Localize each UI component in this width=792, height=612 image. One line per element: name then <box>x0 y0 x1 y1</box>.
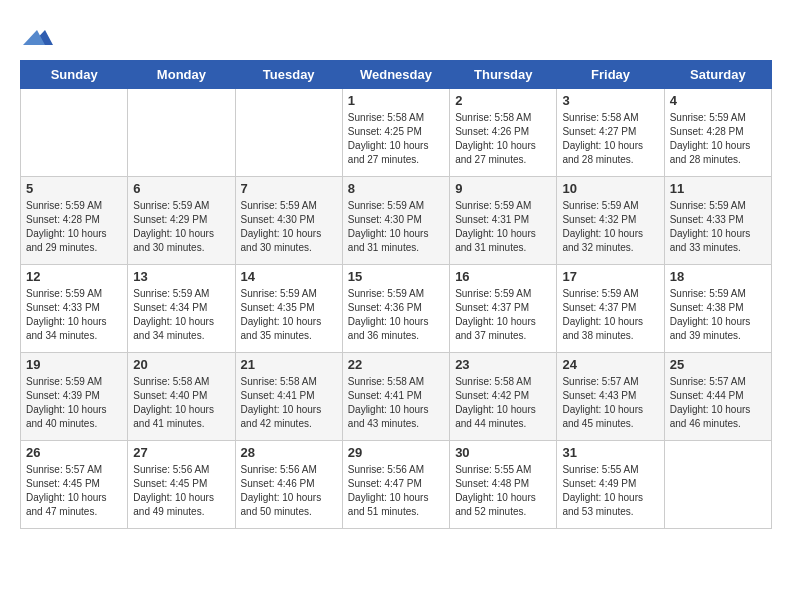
day-number: 29 <box>348 445 444 460</box>
day-number: 13 <box>133 269 229 284</box>
weekday-header-thursday: Thursday <box>450 61 557 89</box>
calendar-cell: 17Sunrise: 5:59 AMSunset: 4:37 PMDayligh… <box>557 265 664 353</box>
day-info: Sunrise: 5:58 AMSunset: 4:42 PMDaylight:… <box>455 375 551 431</box>
calendar-cell <box>21 89 128 177</box>
calendar-cell: 22Sunrise: 5:58 AMSunset: 4:41 PMDayligh… <box>342 353 449 441</box>
day-info: Sunrise: 5:57 AMSunset: 4:43 PMDaylight:… <box>562 375 658 431</box>
day-number: 5 <box>26 181 122 196</box>
calendar-cell: 31Sunrise: 5:55 AMSunset: 4:49 PMDayligh… <box>557 441 664 529</box>
logo <box>20 20 53 50</box>
day-info: Sunrise: 5:56 AMSunset: 4:46 PMDaylight:… <box>241 463 337 519</box>
calendar-cell: 27Sunrise: 5:56 AMSunset: 4:45 PMDayligh… <box>128 441 235 529</box>
day-number: 23 <box>455 357 551 372</box>
day-info: Sunrise: 5:59 AMSunset: 4:37 PMDaylight:… <box>455 287 551 343</box>
calendar-header-row: SundayMondayTuesdayWednesdayThursdayFrid… <box>21 61 772 89</box>
day-number: 14 <box>241 269 337 284</box>
calendar-cell: 6Sunrise: 5:59 AMSunset: 4:29 PMDaylight… <box>128 177 235 265</box>
day-info: Sunrise: 5:58 AMSunset: 4:41 PMDaylight:… <box>241 375 337 431</box>
calendar-cell: 14Sunrise: 5:59 AMSunset: 4:35 PMDayligh… <box>235 265 342 353</box>
day-info: Sunrise: 5:59 AMSunset: 4:39 PMDaylight:… <box>26 375 122 431</box>
day-number: 10 <box>562 181 658 196</box>
calendar-cell: 5Sunrise: 5:59 AMSunset: 4:28 PMDaylight… <box>21 177 128 265</box>
calendar-cell: 19Sunrise: 5:59 AMSunset: 4:39 PMDayligh… <box>21 353 128 441</box>
day-info: Sunrise: 5:59 AMSunset: 4:30 PMDaylight:… <box>348 199 444 255</box>
calendar-cell: 4Sunrise: 5:59 AMSunset: 4:28 PMDaylight… <box>664 89 771 177</box>
day-info: Sunrise: 5:58 AMSunset: 4:27 PMDaylight:… <box>562 111 658 167</box>
day-number: 21 <box>241 357 337 372</box>
weekday-header-saturday: Saturday <box>664 61 771 89</box>
day-info: Sunrise: 5:57 AMSunset: 4:45 PMDaylight:… <box>26 463 122 519</box>
calendar-cell: 10Sunrise: 5:59 AMSunset: 4:32 PMDayligh… <box>557 177 664 265</box>
day-info: Sunrise: 5:59 AMSunset: 4:33 PMDaylight:… <box>670 199 766 255</box>
calendar-cell: 8Sunrise: 5:59 AMSunset: 4:30 PMDaylight… <box>342 177 449 265</box>
calendar-cell: 28Sunrise: 5:56 AMSunset: 4:46 PMDayligh… <box>235 441 342 529</box>
calendar-cell: 23Sunrise: 5:58 AMSunset: 4:42 PMDayligh… <box>450 353 557 441</box>
day-number: 19 <box>26 357 122 372</box>
calendar-cell <box>128 89 235 177</box>
weekday-header-tuesday: Tuesday <box>235 61 342 89</box>
day-info: Sunrise: 5:55 AMSunset: 4:49 PMDaylight:… <box>562 463 658 519</box>
calendar-cell: 13Sunrise: 5:59 AMSunset: 4:34 PMDayligh… <box>128 265 235 353</box>
calendar-cell: 30Sunrise: 5:55 AMSunset: 4:48 PMDayligh… <box>450 441 557 529</box>
day-number: 30 <box>455 445 551 460</box>
day-info: Sunrise: 5:59 AMSunset: 4:28 PMDaylight:… <box>670 111 766 167</box>
calendar-cell: 21Sunrise: 5:58 AMSunset: 4:41 PMDayligh… <box>235 353 342 441</box>
weekday-header-wednesday: Wednesday <box>342 61 449 89</box>
day-number: 4 <box>670 93 766 108</box>
day-number: 2 <box>455 93 551 108</box>
calendar-cell: 29Sunrise: 5:56 AMSunset: 4:47 PMDayligh… <box>342 441 449 529</box>
day-info: Sunrise: 5:58 AMSunset: 4:41 PMDaylight:… <box>348 375 444 431</box>
weekday-header-friday: Friday <box>557 61 664 89</box>
day-number: 15 <box>348 269 444 284</box>
calendar-cell: 20Sunrise: 5:58 AMSunset: 4:40 PMDayligh… <box>128 353 235 441</box>
calendar-week-row: 19Sunrise: 5:59 AMSunset: 4:39 PMDayligh… <box>21 353 772 441</box>
day-number: 6 <box>133 181 229 196</box>
day-info: Sunrise: 5:59 AMSunset: 4:36 PMDaylight:… <box>348 287 444 343</box>
day-number: 16 <box>455 269 551 284</box>
weekday-header-monday: Monday <box>128 61 235 89</box>
logo-icon <box>23 20 53 50</box>
day-number: 1 <box>348 93 444 108</box>
day-number: 12 <box>26 269 122 284</box>
calendar-week-row: 5Sunrise: 5:59 AMSunset: 4:28 PMDaylight… <box>21 177 772 265</box>
calendar-cell: 3Sunrise: 5:58 AMSunset: 4:27 PMDaylight… <box>557 89 664 177</box>
calendar-cell: 7Sunrise: 5:59 AMSunset: 4:30 PMDaylight… <box>235 177 342 265</box>
day-number: 24 <box>562 357 658 372</box>
day-number: 9 <box>455 181 551 196</box>
day-number: 31 <box>562 445 658 460</box>
calendar-cell: 15Sunrise: 5:59 AMSunset: 4:36 PMDayligh… <box>342 265 449 353</box>
calendar-cell: 25Sunrise: 5:57 AMSunset: 4:44 PMDayligh… <box>664 353 771 441</box>
calendar-cell: 9Sunrise: 5:59 AMSunset: 4:31 PMDaylight… <box>450 177 557 265</box>
calendar-table: SundayMondayTuesdayWednesdayThursdayFrid… <box>20 60 772 529</box>
day-number: 25 <box>670 357 766 372</box>
day-number: 7 <box>241 181 337 196</box>
day-info: Sunrise: 5:59 AMSunset: 4:37 PMDaylight:… <box>562 287 658 343</box>
calendar-cell: 18Sunrise: 5:59 AMSunset: 4:38 PMDayligh… <box>664 265 771 353</box>
calendar-cell: 26Sunrise: 5:57 AMSunset: 4:45 PMDayligh… <box>21 441 128 529</box>
day-info: Sunrise: 5:55 AMSunset: 4:48 PMDaylight:… <box>455 463 551 519</box>
day-info: Sunrise: 5:58 AMSunset: 4:25 PMDaylight:… <box>348 111 444 167</box>
page-header <box>20 20 772 50</box>
day-number: 11 <box>670 181 766 196</box>
day-number: 17 <box>562 269 658 284</box>
calendar-week-row: 1Sunrise: 5:58 AMSunset: 4:25 PMDaylight… <box>21 89 772 177</box>
day-info: Sunrise: 5:56 AMSunset: 4:45 PMDaylight:… <box>133 463 229 519</box>
day-info: Sunrise: 5:59 AMSunset: 4:28 PMDaylight:… <box>26 199 122 255</box>
day-info: Sunrise: 5:59 AMSunset: 4:38 PMDaylight:… <box>670 287 766 343</box>
day-info: Sunrise: 5:59 AMSunset: 4:34 PMDaylight:… <box>133 287 229 343</box>
day-info: Sunrise: 5:57 AMSunset: 4:44 PMDaylight:… <box>670 375 766 431</box>
calendar-cell: 2Sunrise: 5:58 AMSunset: 4:26 PMDaylight… <box>450 89 557 177</box>
day-info: Sunrise: 5:58 AMSunset: 4:40 PMDaylight:… <box>133 375 229 431</box>
calendar-cell: 16Sunrise: 5:59 AMSunset: 4:37 PMDayligh… <box>450 265 557 353</box>
day-info: Sunrise: 5:59 AMSunset: 4:35 PMDaylight:… <box>241 287 337 343</box>
calendar-week-row: 26Sunrise: 5:57 AMSunset: 4:45 PMDayligh… <box>21 441 772 529</box>
day-info: Sunrise: 5:56 AMSunset: 4:47 PMDaylight:… <box>348 463 444 519</box>
day-info: Sunrise: 5:59 AMSunset: 4:30 PMDaylight:… <box>241 199 337 255</box>
day-number: 26 <box>26 445 122 460</box>
calendar-cell: 24Sunrise: 5:57 AMSunset: 4:43 PMDayligh… <box>557 353 664 441</box>
weekday-header-sunday: Sunday <box>21 61 128 89</box>
day-number: 22 <box>348 357 444 372</box>
calendar-cell <box>235 89 342 177</box>
calendar-cell <box>664 441 771 529</box>
calendar-cell: 11Sunrise: 5:59 AMSunset: 4:33 PMDayligh… <box>664 177 771 265</box>
